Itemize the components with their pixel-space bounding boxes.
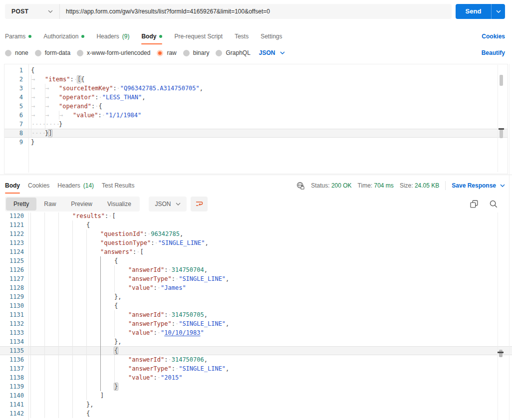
- tab-authorization-label: Authorization: [43, 33, 78, 40]
- response-body-viewer[interactable]: 1120"results":·[1121{1122"questionId":·9…: [0, 212, 512, 420]
- response-language-dropdown[interactable]: JSON: [149, 197, 187, 211]
- indent-guide: [100, 364, 114, 373]
- send-button[interactable]: Send: [456, 4, 505, 19]
- line-number: 4: [4, 93, 29, 102]
- indent-guide: [58, 274, 72, 283]
- body-type-binary[interactable]: binary: [183, 49, 210, 56]
- tab-pre-request-label: Pre-request Script: [174, 33, 223, 40]
- body-type-raw[interactable]: raw: [157, 49, 176, 56]
- tab-pre-request-script[interactable]: Pre-request Script: [174, 29, 223, 44]
- line-content: ········}: [29, 120, 508, 129]
- body-type-bar: none form-data x-www-form-urlencoded raw…: [5, 48, 285, 58]
- request-body-editor[interactable]: 1{2→"items":·[{3→→"sourceItemKey":·"Q963…: [4, 64, 508, 173]
- body-type-urlencoded[interactable]: x-www-form-urlencoded: [77, 49, 150, 56]
- line-number: 1123: [0, 238, 28, 247]
- tab-tests[interactable]: Tests: [235, 29, 249, 44]
- indent-guide: [114, 283, 128, 292]
- indent-guide: [44, 328, 58, 337]
- beautify-link[interactable]: Beautify: [482, 49, 505, 56]
- response-headers-count-badge: (14): [83, 182, 94, 189]
- body-type-graphql[interactable]: GraphQL: [216, 49, 250, 56]
- wrap-line-button[interactable]: [191, 197, 208, 211]
- send-options-caret[interactable]: [491, 4, 505, 19]
- method-dropdown[interactable]: POST: [5, 4, 60, 19]
- token: :: [154, 329, 157, 336]
- indent-guide: [114, 274, 128, 283]
- space-indicator: ····: [45, 120, 59, 129]
- search-response-button[interactable]: [489, 200, 498, 209]
- tab-settings[interactable]: Settings: [260, 29, 282, 44]
- body-type-none[interactable]: none: [5, 49, 28, 56]
- indent-guide: [30, 355, 44, 364]
- view-preview[interactable]: Preview: [63, 198, 100, 210]
- line-number: 2: [4, 75, 29, 84]
- indent-guide: [86, 301, 100, 310]
- response-tab-body[interactable]: Body: [5, 178, 20, 193]
- method-label: POST: [11, 8, 28, 15]
- token: "answerType": [128, 275, 172, 282]
- token: :: [70, 76, 74, 83]
- indent-guide: [100, 337, 114, 346]
- indent-guide: [100, 301, 114, 310]
- indent-guide: [44, 382, 58, 391]
- indent-guide: [58, 310, 72, 319]
- line-content: "answerId":·314750704,: [28, 265, 512, 274]
- indent-guide: [72, 301, 86, 310]
- request-url-input[interactable]: https://app.form.com/gw/v3/results/list?…: [60, 8, 270, 15]
- token: "questionType": [100, 239, 151, 246]
- response-tab-headers-label: Headers: [57, 182, 80, 189]
- code-line: 1125{: [0, 256, 512, 265]
- indent-guide: [72, 292, 86, 301]
- indent-guide: [30, 364, 44, 373]
- indent-guide: [30, 319, 44, 328]
- line-content: }: [28, 382, 512, 391]
- indent-guide: [72, 220, 86, 229]
- view-raw[interactable]: Raw: [36, 198, 63, 210]
- save-response-dropdown[interactable]: Save Response: [452, 182, 505, 189]
- code-line: 1{: [4, 66, 508, 75]
- token: "questionId": [100, 230, 144, 237]
- indent-guide: [30, 256, 44, 265]
- line-content: →→"operator":·"LESS_THAN",: [29, 93, 508, 102]
- code-line: 1140]: [0, 391, 512, 400]
- response-tab-headers[interactable]: Headers (14): [57, 178, 94, 193]
- raw-language-dropdown[interactable]: JSON: [259, 49, 285, 56]
- tab-body[interactable]: Body: [141, 29, 162, 44]
- view-visualize[interactable]: Visualize: [100, 198, 139, 210]
- line-number: 1126: [0, 265, 28, 274]
- token: 314750706: [172, 356, 204, 363]
- tab-authorization[interactable]: Authorization: [43, 29, 84, 44]
- copy-response-button[interactable]: [470, 200, 479, 209]
- indent-guide: [114, 328, 128, 337]
- token: {: [86, 410, 90, 417]
- body-type-form-data[interactable]: form-data: [35, 49, 70, 56]
- request-scrollbar-thumb[interactable]: [500, 75, 503, 86]
- response-scrollbar-thumb[interactable]: [499, 350, 503, 357]
- tab-params[interactable]: Params: [5, 29, 31, 44]
- indent-guide: [44, 301, 58, 310]
- indent-guide: [30, 212, 44, 220]
- response-tab-cookies[interactable]: Cookies: [28, 178, 49, 193]
- body-type-urlencoded-label: x-www-form-urlencoded: [87, 49, 150, 56]
- code-line: 1142{: [0, 409, 512, 418]
- token: 10/10/1983: [164, 329, 200, 336]
- tab-headers[interactable]: Headers (9): [96, 29, 129, 44]
- indent-guide: [44, 337, 58, 346]
- code-line: 1120"results":·[: [0, 212, 512, 220]
- token: ·: [157, 374, 161, 381]
- response-tab-test-results[interactable]: Test Results: [102, 178, 134, 193]
- tab-indicator: →: [45, 111, 59, 120]
- token: "sourceItemKey": [59, 85, 113, 92]
- token: :: [172, 275, 175, 282]
- token: :: [172, 320, 175, 327]
- indent-guide: [100, 328, 114, 337]
- token: }: [59, 121, 62, 128]
- response-language-label: JSON: [155, 201, 171, 208]
- view-pretty[interactable]: Pretty: [6, 198, 36, 210]
- token: ,: [200, 85, 203, 92]
- line-number: 7: [4, 120, 29, 129]
- indent-guide: [44, 256, 58, 265]
- line-content: "answerId":·314750706,: [28, 355, 512, 364]
- token: {: [114, 347, 118, 354]
- cookies-link[interactable]: Cookies: [482, 33, 505, 40]
